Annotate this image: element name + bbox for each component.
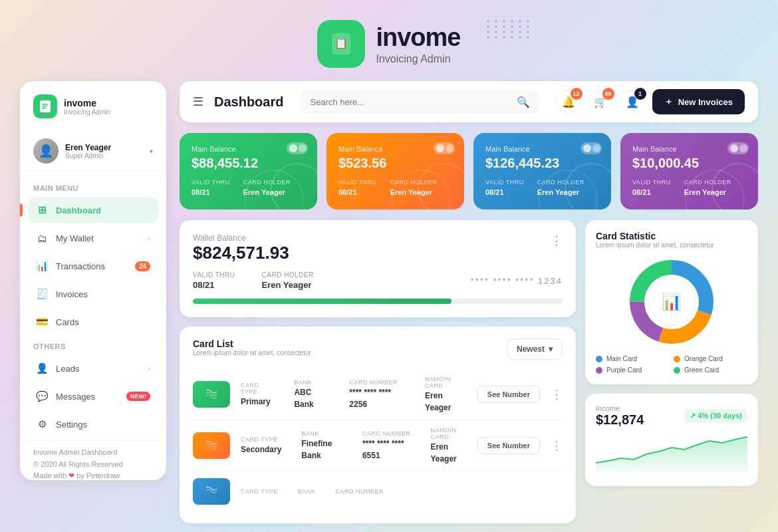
footer-company: Invome Admin Dashboard xyxy=(33,447,153,459)
card-name-1: Namoin CardEren Yeager xyxy=(425,376,467,413)
see-number-btn-1[interactable]: See Number xyxy=(477,386,540,403)
progress-bar-inner xyxy=(193,299,452,304)
plus-icon: ＋ xyxy=(664,96,673,108)
bottom-section: Wallet Balance $824,571.93 ⋮ VALID THRU … xyxy=(180,220,758,523)
footer-made: Made with ❤ by Peterdraw xyxy=(33,470,153,482)
card-list-section: Card List Lorem ipsum dolor sit amet, co… xyxy=(180,327,576,523)
sidebar: invome Invoicing Admin 👤 Eren Yeager Sup… xyxy=(20,81,166,480)
search-icon[interactable]: 🔍 xyxy=(517,96,530,108)
balance-card-green[interactable]: Main Balance $88,455.12 VALID THRU08/21 … xyxy=(180,133,317,209)
sidebar-label-settings: Settings xyxy=(56,420,87,430)
topbar: ☰ Dashboard 🔍 🔔 12 🛒 89 👤 1 xyxy=(180,81,758,122)
svg-rect-4 xyxy=(42,106,47,107)
see-number-btn-2[interactable]: See Number xyxy=(477,437,540,454)
card-bank-1: BankABC Bank xyxy=(294,379,329,410)
card-list-desc: Lorem ipsum dolor sit amet, consectetur xyxy=(193,349,311,356)
sidebar-app-name: invome xyxy=(64,98,110,108)
notification-badge: 12 xyxy=(571,88,583,100)
svg-rect-5 xyxy=(42,108,46,109)
legend-green-label: Green Card xyxy=(684,366,719,374)
filter-chevron-icon: ▾ xyxy=(549,344,553,354)
invoices-icon: 🧾 xyxy=(36,288,48,300)
wallet-details: VALID THRU 08/21 CARD HOLDER Eren Yeager… xyxy=(193,271,563,291)
svg-text:📊: 📊 xyxy=(662,292,682,311)
transactions-badge: 24 xyxy=(135,261,150,271)
settings-icon: ⚙ xyxy=(36,418,48,430)
sidebar-label-leads: Leads xyxy=(56,364,79,374)
sidebar-item-dashboard[interactable]: ⊞ Dashboard xyxy=(28,198,158,223)
income-chart xyxy=(596,433,747,473)
sidebar-logo-text: invome Invoicing Admin xyxy=(64,98,110,116)
card-thumb-1 xyxy=(193,381,230,408)
sidebar-label-cards: Cards xyxy=(56,317,79,327)
main-content: ☰ Dashboard 🔍 🔔 12 🛒 89 👤 1 xyxy=(180,81,758,480)
card-statistic-panel: Card Statistic Lorem ipsum dolor sit ame… xyxy=(585,220,758,384)
income-label: Income xyxy=(596,404,644,412)
balance-card-orange[interactable]: Main Balance $523.56 VALID THRU08/21 CAR… xyxy=(326,133,464,209)
sidebar-item-my-wallet[interactable]: 🗂 My Wallet › xyxy=(28,225,158,251)
card-thumb-3 xyxy=(193,478,230,505)
donut-chart: 📊 xyxy=(625,255,718,348)
messages-new-badge: NEW! xyxy=(126,392,150,401)
sidebar-item-leads[interactable]: 👤 Leads › xyxy=(28,356,158,381)
card-info-group-3: Card Type Bank Card Number xyxy=(241,488,563,495)
card-statistic-desc: Lorem ipsum dolor sit amet, consectetur xyxy=(596,241,747,249)
card-thumb-2 xyxy=(193,432,230,459)
sidebar-item-cards[interactable]: 💳 Cards xyxy=(28,309,158,334)
user-btn[interactable]: 👤 1 xyxy=(620,90,644,114)
cart-btn[interactable]: 🛒 89 xyxy=(588,90,612,114)
filter-label: Newest xyxy=(517,344,545,354)
messages-icon: 💬 xyxy=(36,390,48,402)
main-wrapper: invome Invoicing Admin 👤 Eren Yeager Sup… xyxy=(0,81,778,493)
menu-icon[interactable]: ☰ xyxy=(193,94,203,109)
wallet-valid-thru: VALID THRU 08/21 xyxy=(193,271,235,291)
search-input[interactable] xyxy=(310,97,511,107)
wallet-header: Wallet Balance $824,571.93 ⋮ xyxy=(193,233,563,263)
donut-legend: Main Card Orange Card Purple Card G xyxy=(596,355,747,374)
card-list-filter-btn[interactable]: Newest ▾ xyxy=(507,338,563,360)
sidebar-item-transactions[interactable]: 📊 Transactions 24 xyxy=(28,253,158,279)
sidebar-item-invoices[interactable]: 🧾 Invoices xyxy=(28,281,158,307)
sidebar-item-settings[interactable]: ⚙ Settings xyxy=(28,412,158,437)
wallet-more-icon[interactable]: ⋮ xyxy=(551,233,563,248)
topbar-actions: 🔔 12 🛒 89 👤 1 ＋ New Invoices xyxy=(557,89,745,114)
cart-badge: 89 xyxy=(602,88,614,100)
card-list-row-3: Card Type Bank Card Number xyxy=(193,471,563,511)
app-subtitle: Invoicing Admin xyxy=(376,53,460,65)
hero-logo-row: 📋 invome Invoicing Admin xyxy=(317,20,460,68)
card-bank-3: Bank xyxy=(298,488,316,495)
new-invoice-button[interactable]: ＋ New Invoices xyxy=(652,89,745,114)
wallet-card-holder: CARD HOLDER Eren Yeager xyxy=(262,271,314,291)
sidebar-footer: Invome Admin Dashboard © 2020 All Rights… xyxy=(28,440,158,489)
balance-card-blue[interactable]: Main Balance $126,445.23 VALID THRU08/21… xyxy=(473,133,611,209)
card-number-1: Card Number**** **** **** 2256 xyxy=(349,379,405,410)
balance-card-purple[interactable]: Main Balance $10,000.45 VALID THRU08/21 … xyxy=(620,133,758,209)
card-label-3: Main Balance xyxy=(485,145,599,153)
legend-main-label: Main Card xyxy=(606,355,637,362)
card-list-row-1: Card TypePrimary BankABC Bank Card Numbe… xyxy=(193,369,563,420)
card-list-title: Card List xyxy=(193,338,311,349)
user-badge: 1 xyxy=(634,88,646,100)
svg-text:📋: 📋 xyxy=(334,37,348,49)
app-name: invome xyxy=(376,23,460,52)
row-more-icon-1[interactable]: ⋮ xyxy=(551,387,563,402)
legend-purple-card: Purple Card xyxy=(596,366,670,374)
card-name-2: Namoin CardEren Yeager xyxy=(430,427,466,464)
sidebar-label-messages: Messages xyxy=(56,392,95,402)
user-chevron-icon: ▾ xyxy=(150,148,153,155)
others-label: Others xyxy=(28,337,158,353)
search-bar: 🔍 xyxy=(301,90,539,114)
user-profile[interactable]: 👤 Eren Yeager Super Admin ▾ xyxy=(28,132,158,171)
legend-main-card: Main Card xyxy=(596,355,670,362)
notification-btn[interactable]: 🔔 12 xyxy=(557,90,581,114)
hero-logo-badge: 📋 xyxy=(317,20,365,68)
row-more-icon-2[interactable]: ⋮ xyxy=(551,438,563,453)
card-list-header: Card List Lorem ipsum dolor sit amet, co… xyxy=(193,338,563,360)
card-number-3: Card Number xyxy=(335,488,384,495)
card-list-row-2: Card TypeSecondary BankFinefine Bank Car… xyxy=(193,420,563,471)
sidebar-logo-icon xyxy=(33,94,57,118)
sidebar-item-messages[interactable]: 💬 Messages NEW! xyxy=(28,384,158,409)
sidebar-label-dashboard: Dashboard xyxy=(56,205,101,215)
user-info: Eren Yeager Super Admin xyxy=(65,143,111,160)
card-type-1: Card TypePrimary xyxy=(241,382,274,407)
